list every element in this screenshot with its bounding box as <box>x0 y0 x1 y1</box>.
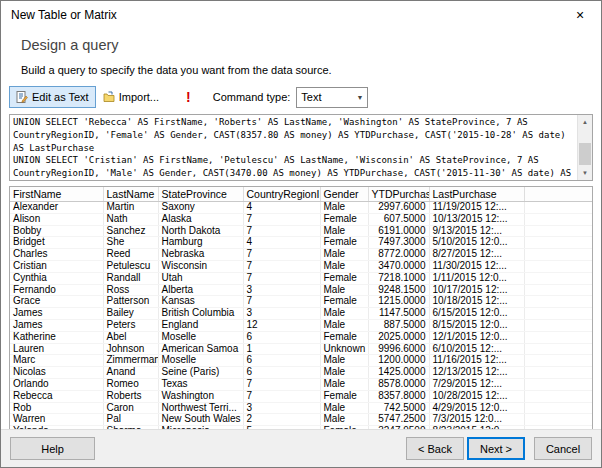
grid-cell: 9996.6000 <box>368 343 429 355</box>
grid-cell: New South Wales <box>158 414 243 426</box>
column-header-lastname[interactable]: LastName <box>103 187 158 202</box>
edit-as-text-icon <box>16 91 28 103</box>
grid-cell: 5/10/2015 12:0... <box>429 237 524 249</box>
table-row[interactable]: FernandoRossAlberta3Male9248.150010/17/2… <box>10 284 592 296</box>
grid-cell: James <box>10 308 103 320</box>
column-header-firstname[interactable]: FirstName <box>10 187 103 202</box>
grid-cell: Seine (Paris) <box>158 367 243 379</box>
table-row[interactable]: JamesPetersEngland12Male887.50008/15/201… <box>10 319 592 331</box>
grid-cell: 10/18/2015 12:... <box>429 296 524 308</box>
table-row[interactable]: GracePattersonKansas7Female1215.000010/1… <box>10 296 592 308</box>
table-row[interactable]: WarrenPalNew South Wales2Male5747.25007/… <box>10 414 592 426</box>
column-header-stateprovince[interactable]: StateProvince <box>158 187 243 202</box>
table-row[interactable]: OrlandoRomeoTexas7Male8578.00007/29/2015… <box>10 378 592 390</box>
table-row[interactable]: CharlesReedNebraska7Male8772.00008/27/20… <box>10 249 592 261</box>
grid-cell: Rob <box>10 402 103 414</box>
table-row[interactable]: RobCaronNorthwest Terri...3Male742.50004… <box>10 402 592 414</box>
grid-cell: 2997.6000 <box>368 202 429 214</box>
table-row[interactable]: JamesBaileyBritish Columbia3Male1147.500… <box>10 308 592 320</box>
column-header-gender[interactable]: Gender <box>320 187 368 202</box>
grid-cell: Roberts <box>103 390 158 402</box>
grid-cell: 1200.0000 <box>368 355 429 367</box>
grid-cell-filler <box>524 390 592 402</box>
grid-cell: Male <box>320 225 368 237</box>
wizard-footer: Help < Back Next > Cancel <box>1 429 601 467</box>
grid-cell: Female <box>320 237 368 249</box>
query-editor-panel: UNION SELECT 'Rebecca' AS FirstName, 'Ro… <box>9 114 593 181</box>
table-row[interactable]: CynthiaRandallUtah7Female7218.10001/11/2… <box>10 272 592 284</box>
grid-cell: 6 <box>243 355 320 367</box>
grid-cell: 742.5000 <box>368 402 429 414</box>
query-text-editor[interactable]: UNION SELECT 'Rebecca' AS FirstName, 'Ro… <box>10 115 577 180</box>
column-header-countryregionid[interactable]: CountryRegionID <box>243 187 320 202</box>
grid-cell-filler <box>524 319 592 331</box>
grid-cell: Male <box>320 367 368 379</box>
table-row[interactable]: LaurenJohnsonAmerican Samoa1Unknown9996.… <box>10 343 592 355</box>
scroll-up-icon[interactable]: ▲ <box>578 115 592 129</box>
grid-cell: 7 <box>243 390 320 402</box>
scroll-thumb[interactable] <box>579 143 591 165</box>
import-button[interactable]: Import... <box>96 86 166 108</box>
grid-cell: Hamburg <box>158 237 243 249</box>
grid-cell: Unknown <box>320 343 368 355</box>
table-row[interactable]: AlisonNathAlaska7Female607.500010/13/201… <box>10 213 592 225</box>
back-button[interactable]: < Back <box>406 437 464 460</box>
grid-cell: Male <box>320 319 368 331</box>
table-row[interactable]: AlexanderMartinSaxony4Male2997.600011/19… <box>10 202 592 214</box>
grid-cell: American Samoa <box>158 343 243 355</box>
grid-cell: 12/1/2015 12:0... <box>429 331 524 343</box>
grid-cell: Johnson <box>103 343 158 355</box>
grid-cell: 6/10/2015 12:... <box>429 343 524 355</box>
column-header-lastpurchase[interactable]: LastPurchase <box>429 187 524 202</box>
grid-cell: Romeo <box>103 378 158 390</box>
edit-as-text-button[interactable]: Edit as Text <box>9 86 96 108</box>
next-button[interactable]: Next > <box>467 437 525 460</box>
grid-cell: Moselle <box>158 331 243 343</box>
cancel-button[interactable]: Cancel <box>534 437 592 460</box>
grid-cell: 10/13/2015 12:... <box>429 213 524 225</box>
table-row[interactable]: BobbySanchezNorth Dakota7Male6191.00009/… <box>10 225 592 237</box>
grid-cell: Katherine <box>10 331 103 343</box>
grid-cell: Utah <box>158 272 243 284</box>
grid-cell: Nebraska <box>158 249 243 261</box>
grid-cell: Fernando <box>10 284 103 296</box>
table-row[interactable]: MarcZimmermanMoselle6Male1200.000011/16/… <box>10 355 592 367</box>
column-header-ytdpurchase[interactable]: YTDPurchase <box>368 187 429 202</box>
grid-cell: Abel <box>103 331 158 343</box>
import-icon <box>103 91 115 103</box>
scroll-down-icon[interactable]: ▼ <box>578 166 592 180</box>
table-row[interactable]: NicolasAnandSeine (Paris)6Male1425.00001… <box>10 367 592 379</box>
table-row[interactable]: BridgetSheHamburg4Female7497.30005/10/20… <box>10 237 592 249</box>
grid-cell: Warren <box>10 414 103 426</box>
titlebar: New Table or Matrix × <box>1 1 601 29</box>
grid-cell: Female <box>320 331 368 343</box>
page-subtitle: Build a query to specify the data you wa… <box>21 64 601 76</box>
grid-cell: 5747.2500 <box>368 414 429 426</box>
grid-cell: Washington <box>158 390 243 402</box>
grid-cell: Peters <box>103 319 158 331</box>
grid-cell: Moselle <box>158 355 243 367</box>
grid-cell-filler <box>524 284 592 296</box>
results-grid: FirstNameLastNameStateProvinceCountryReg… <box>9 186 593 434</box>
new-table-or-matrix-dialog: New Table or Matrix × Design a query Bui… <box>0 0 602 468</box>
grid-cell: Male <box>320 414 368 426</box>
grid-cell: Patterson <box>103 296 158 308</box>
grid-cell: 3470.0000 <box>368 260 429 272</box>
query-scrollbar[interactable]: ▲ ▼ <box>577 115 592 180</box>
grid-cell: 1/11/2015 12:0... <box>429 272 524 284</box>
grid-cell: 12 <box>243 319 320 331</box>
grid-cell: 4 <box>243 202 320 214</box>
grid-cell: 887.5000 <box>368 319 429 331</box>
grid-cell-filler <box>524 260 592 272</box>
grid-cell: Female <box>320 272 368 284</box>
grid-cell: Anand <box>103 367 158 379</box>
table-row[interactable]: CristianPetulescuWisconsin7Male3470.0000… <box>10 260 592 272</box>
grid-cell: Alaska <box>158 213 243 225</box>
run-query-button[interactable]: ! <box>180 86 197 108</box>
command-type-select[interactable]: Text ▼ <box>296 87 368 108</box>
close-icon[interactable]: × <box>559 1 601 29</box>
grid-cell: Male <box>320 260 368 272</box>
table-row[interactable]: KatherineAbelMoselle6Female2025.000012/1… <box>10 331 592 343</box>
help-button[interactable]: Help <box>10 437 95 460</box>
table-row[interactable]: RebeccaRobertsWashington7Female8357.8000… <box>10 390 592 402</box>
